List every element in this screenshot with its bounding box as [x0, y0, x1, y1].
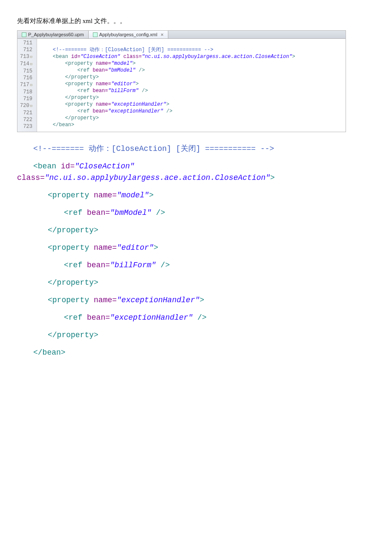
code-area[interactable]: <!--======= 动作：[CloseAction] [关闭] ======…: [37, 39, 295, 132]
intro-text: 先看对应标准单据上的 xml 文件。。。: [17, 17, 375, 25]
tab-label: P_Applybuylargess60.upm: [28, 32, 84, 37]
tab-upm[interactable]: P_Applybuylargess60.upm: [17, 31, 89, 38]
file-icon: [22, 32, 26, 37]
editor-window: P_Applybuylargess60.upm Applybuylargess_…: [17, 30, 346, 132]
editor-pane: 711 712 713⊟ 714⊟ 715 716 717⊟ 718 719 7…: [17, 39, 346, 132]
close-icon[interactable]: ×: [161, 32, 163, 37]
enlarged-code: <!--======= 动作：[CloseAction] [关闭] ======…: [17, 143, 375, 358]
file-icon: [93, 32, 98, 37]
tab-xml[interactable]: Applybuylargess_config.xml ×: [89, 31, 168, 38]
tab-bar: P_Applybuylargess60.upm Applybuylargess_…: [17, 31, 346, 39]
tab-label: Applybuylargess_config.xml: [99, 32, 157, 37]
line-gutter: 711 712 713⊟ 714⊟ 715 716 717⊟ 718 719 7…: [17, 39, 37, 132]
